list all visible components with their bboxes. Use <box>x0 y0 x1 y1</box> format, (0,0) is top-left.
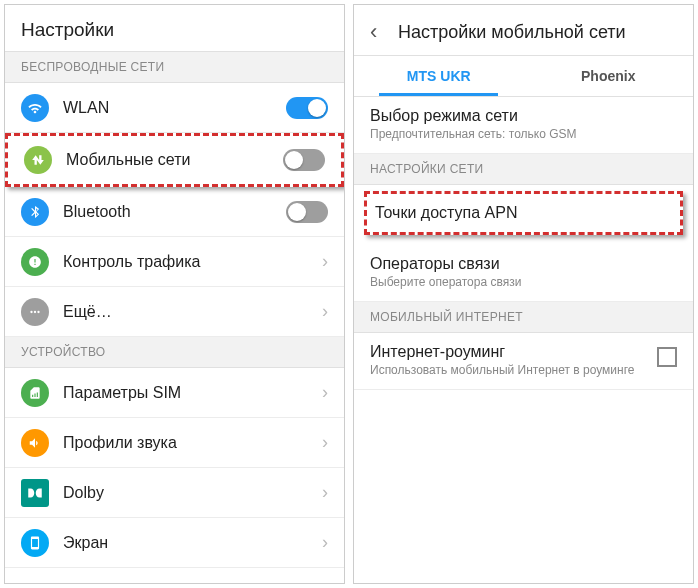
mobile-toggle[interactable] <box>283 149 325 171</box>
back-icon[interactable]: ‹ <box>370 19 384 45</box>
traffic-row[interactable]: Контроль трафика › <box>5 237 344 287</box>
operators-title: Операторы связи <box>370 255 677 273</box>
screen-label: Экран <box>63 534 308 552</box>
bluetooth-icon <box>21 198 49 226</box>
roaming-title: Интернет-роуминг <box>370 343 647 361</box>
network-mode-row[interactable]: Выбор режима сети Предпочтительная сеть:… <box>354 97 693 154</box>
more-row[interactable]: Ещё… › <box>5 287 344 337</box>
page-title: Настройки <box>21 19 114 41</box>
apn-row[interactable]: Точки доступа APN <box>364 191 683 235</box>
header: Настройки <box>5 5 344 52</box>
mobile-data-icon <box>24 146 52 174</box>
section-network-settings: НАСТРОЙКИ СЕТИ <box>354 154 693 185</box>
section-wireless: БЕСПРОВОДНЫЕ СЕТИ <box>5 52 344 83</box>
chevron-right-icon: › <box>322 532 328 553</box>
apn-row-container: Точки доступа APN <box>354 185 693 245</box>
bluetooth-toggle[interactable] <box>286 201 328 223</box>
sound-row[interactable]: Профили звука › <box>5 418 344 468</box>
chevron-right-icon: › <box>322 251 328 272</box>
roaming-sub: Использовать мобильный Интернет в роумин… <box>370 363 647 377</box>
more-label: Ещё… <box>63 303 308 321</box>
mobile-network-screen: ‹ Настройки мобильной сети MTS UKR Phoen… <box>353 4 694 584</box>
settings-screen: Настройки БЕСПРОВОДНЫЕ СЕТИ WLAN Мобильн… <box>4 4 345 584</box>
page-title: Настройки мобильной сети <box>398 22 626 43</box>
section-device: УСТРОЙСТВО <box>5 337 344 368</box>
operators-row[interactable]: Операторы связи Выберите оператора связи <box>354 245 693 302</box>
chevron-right-icon: › <box>322 482 328 503</box>
sim-icon <box>21 379 49 407</box>
mobile-networks-label: Мобильные сети <box>66 151 269 169</box>
wlan-toggle[interactable] <box>286 97 328 119</box>
chevron-right-icon: › <box>322 432 328 453</box>
traffic-icon <box>21 248 49 276</box>
screen-icon <box>21 529 49 557</box>
more-icon <box>21 298 49 326</box>
dolby-row[interactable]: Dolby › <box>5 468 344 518</box>
wlan-row[interactable]: WLAN <box>5 83 344 133</box>
screen-row[interactable]: Экран › <box>5 518 344 568</box>
network-mode-title: Выбор режима сети <box>370 107 677 125</box>
svg-point-1 <box>34 310 36 312</box>
section-mobile-internet: МОБИЛЬНЫЙ ИНТЕРНЕТ <box>354 302 693 333</box>
tab-mts-ukr[interactable]: MTS UKR <box>354 56 524 96</box>
svg-point-0 <box>30 310 32 312</box>
mobile-networks-row[interactable]: Мобильные сети <box>5 133 344 187</box>
sim-label: Параметры SIM <box>63 384 308 402</box>
wlan-label: WLAN <box>63 99 272 117</box>
roaming-row[interactable]: Интернет-роуминг Использовать мобильный … <box>354 333 693 390</box>
sound-label: Профили звука <box>63 434 308 452</box>
dolby-label: Dolby <box>63 484 308 502</box>
operators-sub: Выберите оператора связи <box>370 275 677 289</box>
chevron-right-icon: › <box>322 301 328 322</box>
sim-row[interactable]: Параметры SIM › <box>5 368 344 418</box>
bluetooth-label: Bluetooth <box>63 203 272 221</box>
apn-label: Точки доступа APN <box>375 204 517 221</box>
network-mode-sub: Предпочтительная сеть: только GSM <box>370 127 677 141</box>
tab-phoenix[interactable]: Phoenix <box>524 56 694 96</box>
dolby-icon <box>21 479 49 507</box>
roaming-checkbox[interactable] <box>657 347 677 367</box>
bluetooth-row[interactable]: Bluetooth <box>5 187 344 237</box>
sound-icon <box>21 429 49 457</box>
sim-tabs: MTS UKR Phoenix <box>354 56 693 97</box>
svg-point-2 <box>37 310 39 312</box>
wifi-icon <box>21 94 49 122</box>
header: ‹ Настройки мобильной сети <box>354 5 693 56</box>
chevron-right-icon: › <box>322 382 328 403</box>
traffic-label: Контроль трафика <box>63 253 308 271</box>
